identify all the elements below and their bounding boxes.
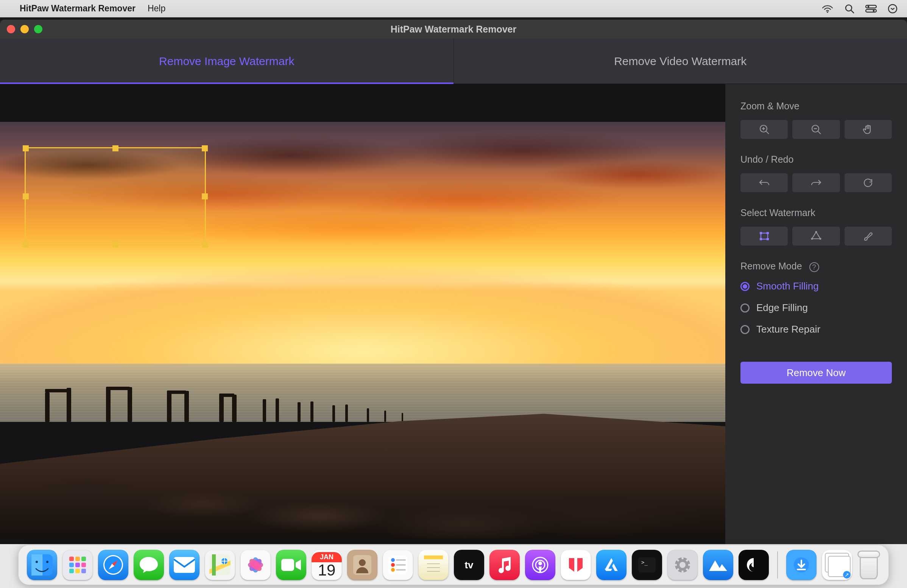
remove-mode-section: Remove Mode ? Smooth Filling Edge Fillin… [740, 261, 892, 335]
messages-icon [139, 556, 159, 574]
radio-texture-repair-label: Texture Repair [756, 323, 820, 335]
svg-rect-17 [766, 232, 769, 234]
dock-terminal[interactable]: >_ [632, 550, 662, 580]
dock-news[interactable] [561, 550, 591, 580]
dock-launchpad[interactable] [62, 550, 93, 580]
dock-podcasts[interactable] [525, 550, 555, 580]
dock-app-generic-dark[interactable] [739, 550, 769, 580]
reset-button[interactable] [845, 173, 892, 192]
dock-mail[interactable] [169, 550, 199, 580]
dock-system-settings[interactable] [667, 550, 698, 580]
zoom-in-button[interactable] [740, 120, 788, 139]
svg-point-54 [391, 558, 395, 562]
tab-remove-image-watermark-label: Remove Image Watermark [159, 55, 294, 68]
select-rectangle-tool[interactable] [740, 227, 788, 246]
remove-now-button[interactable]: Remove Now [740, 362, 892, 383]
dock-contacts[interactable] [347, 550, 377, 580]
photos-icon [245, 554, 266, 575]
svg-rect-16 [760, 232, 762, 234]
tab-remove-image-watermark[interactable]: Remove Image Watermark [0, 38, 454, 84]
undo-icon [758, 178, 770, 188]
resize-handle-bottom-right[interactable] [202, 241, 208, 248]
appstore-icon [602, 556, 620, 574]
launchpad-icon [68, 555, 87, 575]
dock-maps[interactable] [205, 550, 235, 580]
remove-mode-help-icon[interactable]: ? [809, 262, 819, 272]
dock-photos[interactable] [240, 550, 271, 580]
svg-line-13 [818, 131, 821, 134]
resize-handle-top-right[interactable] [202, 145, 208, 151]
resize-handle-mid-right[interactable] [202, 193, 208, 200]
dock-calendar[interactable]: JAN 19 [312, 550, 342, 580]
macos-dock: JAN 19 tv >_ [18, 545, 889, 585]
wifi-icon[interactable] [822, 4, 833, 13]
contacts-icon [353, 555, 371, 575]
radio-indicator [740, 304, 750, 313]
menubar-help[interactable]: Help [147, 3, 165, 14]
dock-facetime[interactable] [276, 550, 306, 580]
undo-button[interactable] [740, 173, 788, 192]
remove-mode-radio-group: Smooth Filling Edge Filling Texture Repa… [740, 280, 892, 335]
fullscreen-window-button[interactable] [34, 25, 42, 33]
resize-handle-mid-left[interactable] [23, 193, 29, 200]
dock-appstore[interactable] [596, 550, 627, 580]
zoom-out-button[interactable] [792, 120, 840, 139]
resize-handle-bottom-mid[interactable] [112, 241, 119, 248]
dock-safari[interactable] [98, 550, 128, 580]
dock-notes[interactable] [418, 550, 449, 580]
calendar-month-label: JAN [312, 552, 342, 562]
pan-hand-button[interactable] [845, 120, 892, 139]
minimize-window-button[interactable] [21, 25, 29, 33]
radio-texture-repair[interactable]: Texture Repair [740, 323, 892, 335]
podcasts-icon [531, 556, 549, 574]
image-canvas[interactable] [0, 95, 725, 565]
radio-smooth-filling[interactable]: Smooth Filling [740, 280, 892, 292]
tab-remove-video-watermark[interactable]: Remove Video Watermark [454, 38, 907, 84]
svg-point-6 [873, 10, 875, 12]
svg-rect-30 [75, 562, 80, 567]
svg-point-66 [538, 561, 542, 565]
select-brush-tool[interactable] [845, 227, 892, 246]
select-polygon-tool[interactable] [792, 227, 840, 246]
redo-button[interactable] [792, 173, 840, 192]
svg-rect-5 [866, 10, 877, 12]
svg-line-9 [766, 131, 769, 134]
dock-downloads[interactable] [786, 550, 817, 580]
mode-tabs: Remove Image Watermark Remove Video Wate… [0, 38, 907, 84]
svg-point-56 [391, 568, 395, 572]
svg-rect-31 [82, 562, 86, 567]
dock-reminders[interactable] [383, 550, 413, 580]
radio-indicator [740, 325, 750, 334]
resize-handle-bottom-left[interactable] [23, 241, 29, 248]
spotlight-icon[interactable] [844, 3, 855, 14]
dock-stack[interactable]: ↗ [822, 550, 852, 580]
resize-handle-top-left[interactable] [23, 145, 29, 151]
control-center-icon[interactable] [865, 5, 877, 13]
dock-trash[interactable] [857, 551, 880, 579]
swirl-icon [745, 557, 762, 573]
dock-finder[interactable] [27, 550, 57, 580]
menubar-app-name[interactable]: HitPaw Watermark Remover [20, 3, 136, 14]
resize-handle-top-mid[interactable] [112, 145, 119, 151]
close-window-button[interactable] [7, 25, 15, 33]
canvas-area[interactable] [0, 84, 725, 588]
svg-point-4 [868, 6, 870, 8]
dock-app-generic-blue[interactable] [703, 550, 733, 580]
notes-icon [424, 556, 443, 574]
dock-music[interactable] [489, 550, 520, 580]
watermark-selection-rect[interactable] [25, 147, 206, 246]
window-traffic-lights [7, 25, 42, 33]
photo-pier-silhouette [36, 364, 472, 422]
facetime-icon [280, 558, 302, 572]
svg-rect-3 [866, 5, 877, 8]
clock-icon[interactable] [887, 3, 898, 14]
dock-appletv[interactable]: tv [454, 550, 484, 580]
svg-point-0 [827, 11, 828, 13]
dock-messages[interactable] [134, 550, 164, 580]
terminal-icon: >_ [638, 558, 655, 572]
radio-edge-filling[interactable]: Edge Filling [740, 302, 892, 314]
svg-rect-19 [766, 238, 769, 240]
app-window: HitPaw Watermark Remover Remove Image Wa… [0, 20, 907, 588]
remove-now-label: Remove Now [787, 367, 846, 379]
svg-rect-39 [174, 557, 195, 573]
